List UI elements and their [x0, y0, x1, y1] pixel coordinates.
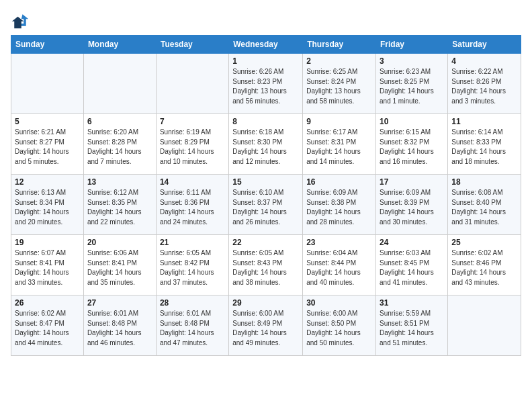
day-info: Sunrise: 6:09 AM Sunset: 8:39 PM Dayligh… [380, 188, 444, 227]
day-number: 12 [15, 177, 80, 187]
day-cell: 12Sunrise: 6:13 AM Sunset: 8:34 PM Dayli… [11, 175, 84, 235]
day-info: Sunrise: 6:01 AM Sunset: 8:48 PM Dayligh… [87, 309, 152, 348]
day-info: Sunrise: 6:02 AM Sunset: 8:46 PM Dayligh… [451, 248, 517, 287]
day-info: Sunrise: 6:05 AM Sunset: 8:43 PM Dayligh… [232, 248, 299, 287]
day-info: Sunrise: 6:18 AM Sunset: 8:30 PM Dayligh… [232, 128, 299, 167]
day-cell [156, 54, 228, 114]
day-info: Sunrise: 6:02 AM Sunset: 8:47 PM Dayligh… [15, 309, 80, 348]
day-info: Sunrise: 6:20 AM Sunset: 8:28 PM Dayligh… [87, 128, 152, 167]
day-number: 6 [87, 117, 152, 126]
day-cell: 25Sunrise: 6:02 AM Sunset: 8:46 PM Dayli… [448, 235, 521, 295]
day-info: Sunrise: 6:15 AM Sunset: 8:32 PM Dayligh… [380, 128, 444, 167]
day-info: Sunrise: 6:06 AM Sunset: 8:41 PM Dayligh… [87, 248, 152, 287]
day-number: 25 [451, 238, 517, 247]
day-number: 20 [87, 238, 152, 247]
header-cell-saturday: Saturday [448, 36, 521, 54]
day-info: Sunrise: 6:23 AM Sunset: 8:25 PM Dayligh… [380, 67, 444, 106]
day-info: Sunrise: 6:13 AM Sunset: 8:34 PM Dayligh… [15, 188, 80, 227]
day-info: Sunrise: 6:14 AM Sunset: 8:33 PM Dayligh… [451, 128, 517, 167]
day-cell: 7Sunrise: 6:19 AM Sunset: 8:29 PM Daylig… [156, 114, 228, 175]
day-cell: 5Sunrise: 6:21 AM Sunset: 8:27 PM Daylig… [11, 114, 84, 175]
day-cell: 14Sunrise: 6:11 AM Sunset: 8:36 PM Dayli… [156, 175, 228, 235]
day-cell: 24Sunrise: 6:03 AM Sunset: 8:45 PM Dayli… [376, 235, 448, 295]
day-info: Sunrise: 6:21 AM Sunset: 8:27 PM Dayligh… [15, 128, 80, 167]
day-info: Sunrise: 6:10 AM Sunset: 8:37 PM Dayligh… [232, 188, 299, 227]
day-number: 17 [380, 177, 444, 187]
header-cell-monday: Monday [83, 36, 156, 54]
page-header [11, 11, 521, 30]
day-number: 29 [232, 298, 299, 308]
day-info: Sunrise: 6:03 AM Sunset: 8:45 PM Dayligh… [380, 248, 444, 287]
day-number: 5 [15, 117, 80, 126]
day-cell: 27Sunrise: 6:01 AM Sunset: 8:48 PM Dayli… [83, 295, 156, 356]
week-row-1: 1Sunrise: 6:26 AM Sunset: 8:23 PM Daylig… [11, 54, 521, 114]
week-row-2: 5Sunrise: 6:21 AM Sunset: 8:27 PM Daylig… [11, 114, 521, 175]
day-number: 9 [306, 117, 372, 126]
day-info: Sunrise: 6:19 AM Sunset: 8:29 PM Dayligh… [160, 128, 225, 167]
day-info: Sunrise: 6:26 AM Sunset: 8:23 PM Dayligh… [232, 67, 299, 106]
day-number: 4 [451, 56, 517, 66]
day-info: Sunrise: 6:25 AM Sunset: 8:24 PM Dayligh… [306, 67, 372, 106]
week-row-5: 26Sunrise: 6:02 AM Sunset: 8:47 PM Dayli… [11, 295, 521, 356]
day-number: 26 [15, 298, 80, 308]
day-number: 7 [160, 117, 225, 126]
day-number: 28 [160, 298, 225, 308]
day-cell: 21Sunrise: 6:05 AM Sunset: 8:42 PM Dayli… [156, 235, 228, 295]
day-number: 10 [380, 117, 444, 126]
day-number: 24 [380, 238, 444, 247]
logo [11, 11, 32, 30]
logo-icon [11, 11, 30, 30]
day-number: 30 [306, 298, 372, 308]
day-cell: 23Sunrise: 6:04 AM Sunset: 8:44 PM Dayli… [303, 235, 376, 295]
day-cell: 11Sunrise: 6:14 AM Sunset: 8:33 PM Dayli… [448, 114, 521, 175]
day-info: Sunrise: 6:04 AM Sunset: 8:44 PM Dayligh… [306, 248, 372, 287]
day-info: Sunrise: 6:07 AM Sunset: 8:41 PM Dayligh… [15, 248, 80, 287]
day-info: Sunrise: 6:11 AM Sunset: 8:36 PM Dayligh… [160, 188, 225, 227]
day-cell: 15Sunrise: 6:10 AM Sunset: 8:37 PM Dayli… [229, 175, 303, 235]
day-number: 27 [87, 298, 152, 308]
day-cell: 3Sunrise: 6:23 AM Sunset: 8:25 PM Daylig… [376, 54, 448, 114]
day-info: Sunrise: 6:08 AM Sunset: 8:40 PM Dayligh… [451, 188, 517, 227]
day-cell: 1Sunrise: 6:26 AM Sunset: 8:23 PM Daylig… [229, 54, 303, 114]
day-number: 15 [232, 177, 299, 187]
day-cell: 4Sunrise: 6:22 AM Sunset: 8:26 PM Daylig… [448, 54, 521, 114]
day-cell: 28Sunrise: 6:01 AM Sunset: 8:48 PM Dayli… [156, 295, 228, 356]
day-number: 13 [87, 177, 152, 187]
day-info: Sunrise: 6:00 AM Sunset: 8:50 PM Dayligh… [306, 309, 372, 348]
day-cell: 31Sunrise: 5:59 AM Sunset: 8:51 PM Dayli… [376, 295, 448, 356]
day-info: Sunrise: 6:05 AM Sunset: 8:42 PM Dayligh… [160, 248, 225, 287]
day-cell: 17Sunrise: 6:09 AM Sunset: 8:39 PM Dayli… [376, 175, 448, 235]
header-cell-wednesday: Wednesday [229, 36, 303, 54]
day-number: 18 [451, 177, 517, 187]
header-row: SundayMondayTuesdayWednesdayThursdayFrid… [11, 36, 521, 54]
day-cell: 22Sunrise: 6:05 AM Sunset: 8:43 PM Dayli… [229, 235, 303, 295]
day-number: 2 [306, 56, 372, 66]
day-cell: 8Sunrise: 6:18 AM Sunset: 8:30 PM Daylig… [229, 114, 303, 175]
day-number: 31 [380, 298, 444, 308]
day-number: 19 [15, 238, 80, 247]
day-number: 21 [160, 238, 225, 247]
week-row-4: 19Sunrise: 6:07 AM Sunset: 8:41 PM Dayli… [11, 235, 521, 295]
day-cell [11, 54, 84, 114]
day-number: 22 [232, 238, 299, 247]
day-cell: 16Sunrise: 6:09 AM Sunset: 8:38 PM Dayli… [303, 175, 376, 235]
day-info: Sunrise: 6:00 AM Sunset: 8:49 PM Dayligh… [232, 309, 299, 348]
day-cell: 18Sunrise: 6:08 AM Sunset: 8:40 PM Dayli… [448, 175, 521, 235]
day-cell [83, 54, 156, 114]
day-cell: 2Sunrise: 6:25 AM Sunset: 8:24 PM Daylig… [303, 54, 376, 114]
day-cell: 20Sunrise: 6:06 AM Sunset: 8:41 PM Dayli… [83, 235, 156, 295]
day-cell: 30Sunrise: 6:00 AM Sunset: 8:50 PM Dayli… [303, 295, 376, 356]
day-number: 8 [232, 117, 299, 126]
day-info: Sunrise: 6:17 AM Sunset: 8:31 PM Dayligh… [306, 128, 372, 167]
day-info: Sunrise: 6:12 AM Sunset: 8:35 PM Dayligh… [87, 188, 152, 227]
day-cell: 9Sunrise: 6:17 AM Sunset: 8:31 PM Daylig… [303, 114, 376, 175]
day-cell: 6Sunrise: 6:20 AM Sunset: 8:28 PM Daylig… [83, 114, 156, 175]
day-cell: 19Sunrise: 6:07 AM Sunset: 8:41 PM Dayli… [11, 235, 84, 295]
header-cell-thursday: Thursday [303, 36, 376, 54]
day-info: Sunrise: 5:59 AM Sunset: 8:51 PM Dayligh… [380, 309, 444, 348]
day-info: Sunrise: 6:09 AM Sunset: 8:38 PM Dayligh… [306, 188, 372, 227]
day-cell: 10Sunrise: 6:15 AM Sunset: 8:32 PM Dayli… [376, 114, 448, 175]
day-cell [448, 295, 521, 356]
day-cell: 26Sunrise: 6:02 AM Sunset: 8:47 PM Dayli… [11, 295, 84, 356]
week-row-3: 12Sunrise: 6:13 AM Sunset: 8:34 PM Dayli… [11, 175, 521, 235]
